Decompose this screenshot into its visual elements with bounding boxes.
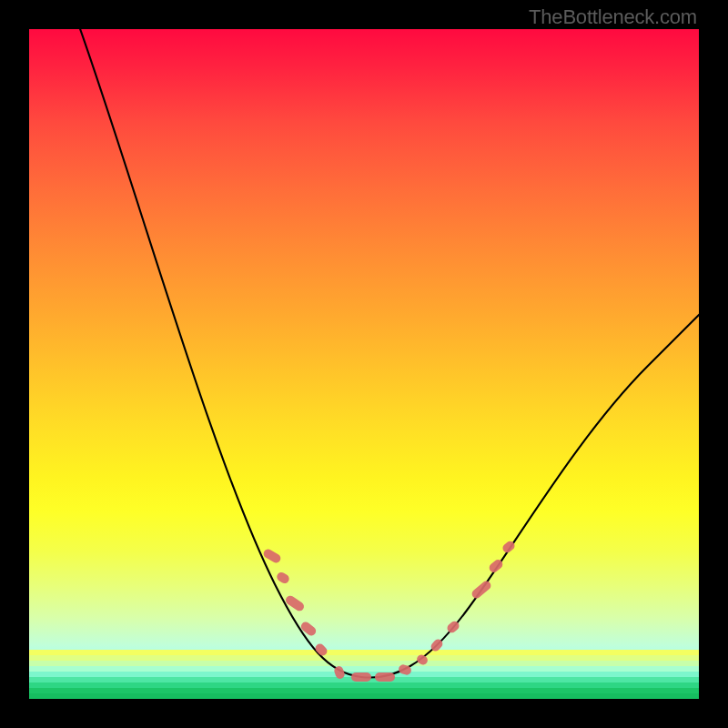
marker-group — [262, 540, 517, 682]
svg-rect-7 — [375, 672, 395, 682]
curve-svg — [29, 29, 699, 699]
bottleneck-curve — [78, 29, 699, 678]
svg-rect-4 — [314, 642, 329, 658]
svg-rect-6 — [351, 672, 371, 682]
svg-rect-2 — [284, 594, 306, 613]
svg-rect-1 — [275, 571, 290, 585]
svg-rect-12 — [470, 579, 493, 600]
watermark-text: TheBottleneck.com — [529, 5, 697, 29]
plot-area — [29, 29, 699, 699]
svg-rect-3 — [299, 621, 318, 638]
chart-container: TheBottleneck.com — [0, 0, 728, 728]
